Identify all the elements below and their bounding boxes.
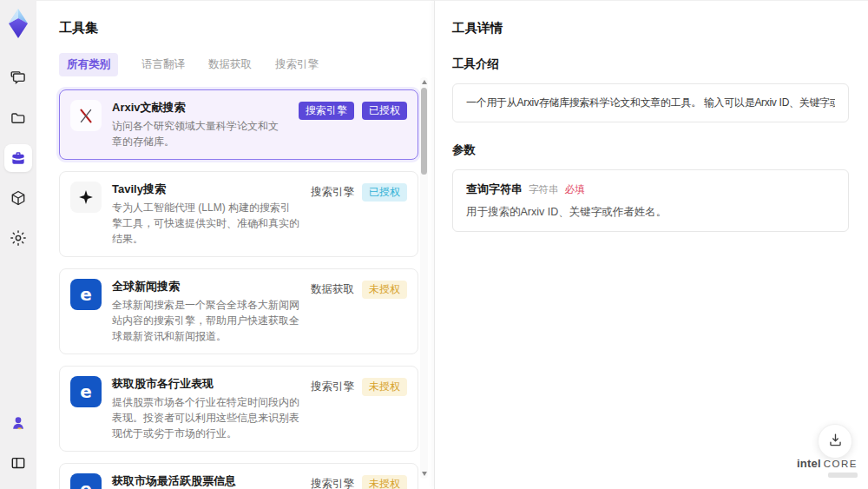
intel-wordmark: intel — [797, 457, 821, 470]
tool-card-arxiv[interactable]: Arxiv文献搜索 访问各个研究领域大量科学论文和文章的存储库。 搜索引擎 已授… — [59, 89, 418, 160]
param-description: 用于搜索的Arxiv ID、关键字或作者姓名。 — [466, 205, 835, 220]
params-heading: 参数 — [452, 142, 849, 158]
user-icon — [10, 414, 27, 432]
tool-title: 获取股市各行业表现 — [112, 376, 300, 391]
news-logo-icon: e — [70, 279, 102, 310]
status-badge: 未授权 — [362, 281, 407, 299]
intro-heading: 工具介绍 — [452, 56, 849, 72]
param-type: 字符串 — [529, 183, 559, 196]
tool-details-panel: 工具详情 工具介绍 一个用于从Arxiv存储库搜索科学论文和文章的工具。 输入可… — [434, 0, 868, 489]
left-rail — [0, 0, 36, 489]
status-badge: 未授权 — [362, 378, 407, 396]
tool-card-sector-performance[interactable]: e 获取股市各行业表现 提供股票市场各个行业在特定时间段内的表现。投资者可以利用… — [59, 366, 418, 452]
tool-card-tavily[interactable]: Tavily搜索 专为人工智能代理 (LLM) 构建的搜索引擎工具，可快速提供实… — [59, 171, 418, 257]
category-badge: 搜索引擎 — [299, 102, 354, 120]
toolbox-icon — [10, 149, 27, 167]
tool-title: Tavily搜索 — [112, 182, 300, 196]
toolset-title: 工具集 — [59, 20, 434, 36]
app-window: 工具集 所有类别 语言翻译 数据获取 搜索引擎 Arxiv文献搜索 访问各个研究… — [0, 0, 868, 489]
sidebar-item-account[interactable] — [4, 409, 32, 437]
chat-icon — [10, 69, 27, 87]
tool-card-list: Arxiv文献搜索 访问各个研究领域大量科学论文和文章的存储库。 搜索引擎 已授… — [59, 89, 418, 489]
status-badge: 已授权 — [362, 183, 407, 202]
toolset-panel: 工具集 所有类别 语言翻译 数据获取 搜索引擎 Arxiv文献搜索 访问各个研究… — [36, 0, 434, 489]
list-scrollbar[interactable] — [420, 77, 428, 479]
tool-description: 专为人工智能代理 (LLM) 构建的搜索引擎工具，可快速提供实时、准确和真实的结… — [112, 200, 300, 247]
gear-icon — [10, 229, 27, 247]
app-logo-icon — [3, 7, 34, 40]
status-badge: 未授权 — [362, 475, 407, 489]
tool-card-global-news[interactable]: e 全球新闻搜索 全球新闻搜索是一个聚合全球各大新闻网站内容的搜索引擎，帮助用户… — [59, 268, 418, 354]
sidebar-item-files[interactable] — [4, 104, 32, 132]
tool-card-active-stocks[interactable]: e 获取市场最活跃股票信息 提供当天交易量最高的股票列表，投资者可以利用这些信息… — [59, 463, 418, 489]
sidebar-item-tools[interactable] — [4, 144, 32, 172]
arxiv-logo-icon — [70, 100, 102, 131]
brand-subtext — [828, 472, 858, 478]
intel-core-logo: intelCORE — [797, 455, 858, 478]
tool-description: 提供股票市场各个行业在特定时间段内的表现。投资者可以利用这些信息来识别表现优于或… — [112, 394, 300, 441]
category-label: 搜索引擎 — [311, 378, 354, 396]
sidebar-item-settings[interactable] — [4, 224, 32, 252]
download-button[interactable] — [818, 424, 852, 459]
panel-layout-icon — [10, 454, 27, 472]
details-title: 工具详情 — [452, 20, 849, 36]
scroll-up-arrow[interactable] — [422, 80, 427, 84]
folder-icon — [10, 109, 27, 127]
stock-logo-icon: e — [70, 376, 102, 407]
tab-search-engine[interactable]: 搜索引擎 — [275, 57, 319, 72]
stock-logo-icon: e — [70, 473, 102, 489]
param-required-flag: 必填 — [565, 183, 585, 196]
category-label: 数据获取 — [311, 281, 354, 299]
tab-all-categories[interactable]: 所有类别 — [59, 53, 118, 76]
category-tabs: 所有类别 语言翻译 数据获取 搜索引擎 — [59, 53, 434, 76]
tool-description: 全球新闻搜索是一个聚合全球各大新闻网站内容的搜索引擎，帮助用户快速获取全球最新资… — [112, 297, 300, 344]
tool-title: 获取市场最活跃股票信息 — [112, 473, 300, 488]
scroll-down-arrow[interactable] — [422, 472, 427, 476]
tab-language-translation[interactable]: 语言翻译 — [141, 57, 185, 72]
tavily-logo-icon — [70, 182, 102, 213]
cube-icon — [10, 189, 27, 207]
download-icon — [827, 432, 844, 452]
tab-data-fetch[interactable]: 数据获取 — [208, 57, 252, 72]
intro-text: 一个用于从Arxiv存储库搜索科学论文和文章的工具。 输入可以是Arxiv ID… — [466, 96, 835, 110]
tool-description: 访问各个研究领域大量科学论文和文章的存储库。 — [112, 118, 288, 149]
sidebar-item-packages[interactable] — [4, 184, 32, 212]
category-label: 搜索引擎 — [311, 475, 354, 489]
sidebar-item-collapse[interactable] — [4, 449, 32, 477]
intro-box: 一个用于从Arxiv存储库搜索科学论文和文章的工具。 输入可以是Arxiv ID… — [452, 83, 849, 122]
tool-title: 全球新闻搜索 — [112, 279, 300, 294]
category-label: 搜索引擎 — [311, 183, 354, 202]
sidebar-item-chat[interactable] — [4, 64, 32, 92]
core-wordmark: CORE — [824, 459, 858, 469]
scrollbar-thumb[interactable] — [421, 88, 427, 175]
status-badge: 已授权 — [362, 102, 407, 120]
param-name: 查询字符串 — [466, 182, 523, 197]
tool-title: Arxiv文献搜索 — [112, 100, 288, 115]
param-box: 查询字符串 字符串 必填 用于搜索的Arxiv ID、关键字或作者姓名。 — [452, 169, 849, 232]
